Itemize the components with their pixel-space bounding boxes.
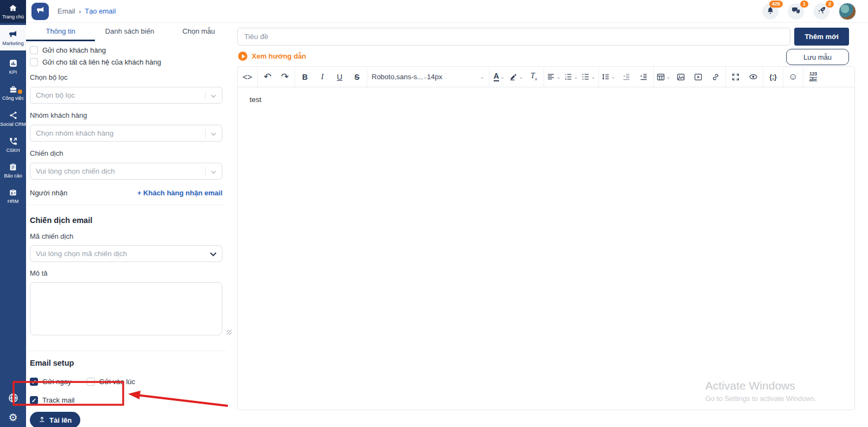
insert-video-button[interactable] <box>690 68 707 86</box>
campaign-select[interactable]: Vui lòng chọn chiến dịch <box>30 163 222 180</box>
info-form: Gửi cho khách hàng Gửi cho tất cả liên h… <box>26 43 233 427</box>
customer-group-select[interactable]: Chọn nhóm khách hàng <box>30 125 222 142</box>
clear-formatting-button[interactable]: Tx <box>525 68 542 86</box>
preview-button[interactable] <box>744 68 762 86</box>
sidebar-item-cong-viec[interactable]: Công việc <box>0 80 26 106</box>
checkbox-send-now[interactable] <box>30 378 38 386</box>
tab-thong-tin[interactable]: Thông tin <box>26 23 95 41</box>
checkbox-row-send-now[interactable]: Gửi ngay <box>30 377 72 386</box>
chevron-down-icon <box>210 129 216 138</box>
sidebar-item-label: Trang chủ <box>2 14 24 20</box>
notifications-button[interactable]: 425 <box>762 3 778 20</box>
fullscreen-button[interactable] <box>727 68 744 86</box>
app-logo[interactable] <box>31 3 49 20</box>
campaign-email-heading: Chiến dịch email <box>30 216 222 225</box>
guide-link[interactable]: Xem hướng dẫn <box>238 52 306 61</box>
rocket-button[interactable]: 2 <box>813 3 829 20</box>
title-input[interactable] <box>237 28 790 46</box>
insert-link-button[interactable] <box>707 68 724 86</box>
bullet-list-button[interactable]: ⌄ <box>580 68 597 86</box>
description-textarea[interactable] <box>30 282 222 335</box>
italic-button[interactable]: I <box>314 68 331 86</box>
sidebar-item-social-crm[interactable]: Social CRM <box>0 106 26 132</box>
bold-button[interactable]: B <box>296 68 314 86</box>
sidebar-item-label: Social CRM <box>0 122 26 127</box>
insert-image-button[interactable] <box>672 68 690 86</box>
outdent-button[interactable] <box>617 68 635 86</box>
special-characters-button[interactable]: 123 abc <box>805 68 822 86</box>
messages-button[interactable]: 1 <box>788 3 804 20</box>
checkbox-row-send-customer[interactable]: Gửi cho khách hàng <box>30 45 222 55</box>
campaign-code-select[interactable]: Vui lòng chọn mã chiến dịch <box>30 245 222 262</box>
add-new-button[interactable]: Thêm mới <box>794 28 849 46</box>
checkbox-row-track-mail[interactable]: Track mail <box>30 395 222 405</box>
chevron-down-icon: ⌄ <box>480 74 484 80</box>
ordered-list-button[interactable]: ⌄ <box>563 68 580 86</box>
tab-chon-mau[interactable]: Chọn mẫu <box>164 23 233 41</box>
sidebar-item-hrm[interactable]: HRM <box>0 183 26 209</box>
breadcrumb-email[interactable]: Email <box>58 7 75 15</box>
upload-button[interactable]: Tải lên <box>30 412 80 427</box>
checkbox-send-customer[interactable] <box>30 46 38 54</box>
bullet-list-icon <box>582 73 590 81</box>
underline-button[interactable]: U <box>331 68 348 86</box>
line-height-button[interactable]: ⌄ <box>600 68 617 86</box>
sidebar-item-kpi[interactable]: KPI <box>0 54 26 80</box>
add-recipient-link[interactable]: + Khách hàng nhận email <box>137 189 222 197</box>
sidebar-item-bao-cao[interactable]: Báo cáo <box>0 158 26 183</box>
indent-button[interactable] <box>635 68 652 86</box>
user-avatar[interactable] <box>839 3 856 20</box>
sidebar-item-marketing[interactable]: Marketing <box>0 25 26 50</box>
video-icon <box>694 73 703 81</box>
align-button[interactable]: ⌄ <box>545 68 563 86</box>
sidebar-item-trang-chu[interactable]: Trang chủ <box>0 0 26 23</box>
outdent-icon <box>622 73 630 81</box>
gear-icon[interactable]: ⚙ <box>8 412 17 423</box>
briefcase-icon <box>9 85 18 94</box>
breadcrumb-separator-icon: › <box>79 8 81 15</box>
font-family-dropdown[interactable]: Roboto,sans-s... ⌄ <box>368 68 424 86</box>
checkbox-track-mail[interactable] <box>30 396 38 404</box>
chevron-down-icon: ⌄ <box>591 74 595 80</box>
undo-button[interactable]: ↶ <box>259 68 276 86</box>
campaign-label: Chiến dịch <box>30 149 222 158</box>
recipient-row: Người nhận + Khách hàng nhận email <box>30 188 222 197</box>
breadcrumb-tao-email[interactable]: Tạo email <box>85 7 116 15</box>
sidebar-item-label: Báo cáo <box>4 173 22 179</box>
emoji-button[interactable]: ☺ <box>784 68 802 86</box>
code-view-button[interactable]: <> <box>239 68 256 86</box>
link-icon <box>711 73 720 81</box>
indent-icon <box>640 73 648 81</box>
sidebar-item-label: KPI <box>9 69 17 75</box>
notification-dot <box>18 90 22 94</box>
tab-danh-sach-bien[interactable]: Danh sách biến <box>95 23 164 41</box>
code-block-button[interactable]: {;} <box>764 68 782 86</box>
chevron-down-icon: ⌄ <box>500 74 505 80</box>
save-template-button[interactable]: Lưu mẫu <box>786 49 849 65</box>
ordered-list-icon <box>564 73 572 81</box>
filter-select[interactable]: Chọn bộ lọc <box>30 87 222 104</box>
table-icon <box>656 73 665 81</box>
chevron-down-icon <box>210 249 216 259</box>
globe-icon[interactable] <box>8 392 19 406</box>
sidebar-item-label: Công việc <box>2 95 24 101</box>
resize-grip[interactable] <box>227 330 232 335</box>
checkbox-row-send-all[interactable]: Gửi cho tất cả liên hệ của khách hàng <box>30 57 222 67</box>
redo-button[interactable]: ↷ <box>276 68 293 86</box>
editor-content-area[interactable]: test <box>238 87 854 410</box>
strikethrough-button[interactable]: S <box>348 68 366 86</box>
left-panel: Thông tin Danh sách biến Chọn mẫu Gửi ch… <box>26 23 233 427</box>
checkbox-send-at[interactable] <box>87 378 95 386</box>
editor-text: test <box>250 95 261 104</box>
font-size-dropdown[interactable]: 14px ⌄ <box>424 68 488 86</box>
checkbox-send-all[interactable] <box>30 58 38 66</box>
highlight-color-button[interactable]: ⌄ <box>508 68 525 86</box>
id-badge-icon <box>9 188 17 197</box>
sidebar-item-cskh[interactable]: CSKH <box>0 132 26 158</box>
redo-icon: ↷ <box>281 72 289 81</box>
undo-icon: ↶ <box>264 72 271 81</box>
checkbox-row-send-at[interactable]: Gửi vào lúc <box>87 377 136 386</box>
table-button[interactable]: ⌄ <box>655 68 672 86</box>
text-color-button[interactable]: A⌄ <box>490 68 508 86</box>
image-icon <box>676 73 685 81</box>
